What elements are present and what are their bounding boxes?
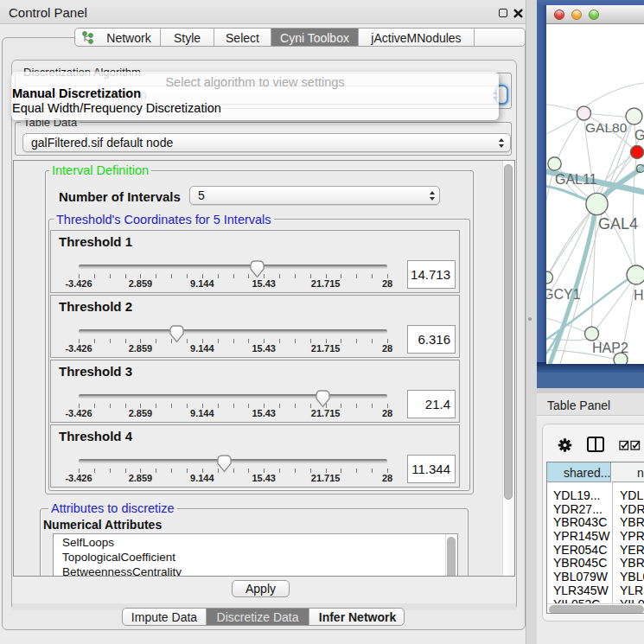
svg-text:HA: HA (634, 288, 644, 303)
svg-text:GAL80: GAL80 (585, 120, 628, 135)
svg-text:GAL4: GAL4 (598, 215, 638, 233)
svg-text:C: C (635, 161, 644, 175)
svg-text:GCY1: GCY1 (546, 287, 581, 302)
svg-text:GAL11: GAL11 (555, 172, 597, 187)
svg-text:HAP2: HAP2 (592, 341, 628, 355)
svg-text:GA: GA (634, 128, 644, 143)
